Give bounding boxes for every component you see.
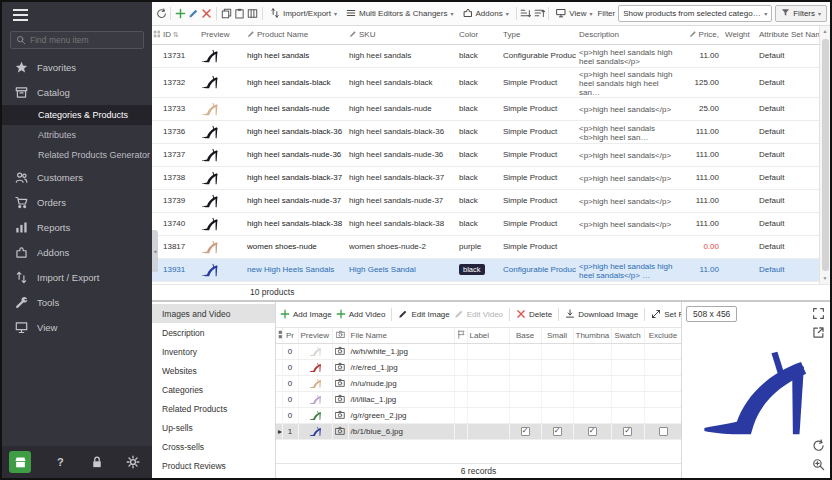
addons-menu[interactable]: Addons▾ [459, 5, 513, 23]
help-icon[interactable]: ? [53, 455, 67, 469]
multi-editors-menu[interactable]: Multi Editors & Changers▾ [342, 5, 458, 23]
download-image-button[interactable]: Download Image [565, 309, 638, 321]
image-column-header-small[interactable]: Small [541, 328, 573, 343]
scroll-up-arrow[interactable]: ▲ [820, 26, 830, 37]
column-header-product-name[interactable]: Product Name [244, 26, 346, 44]
image-row-l-i-lilac-1-jpg[interactable]: 0/l/i/lilac_1.jpg [276, 391, 681, 407]
image-size-field[interactable]: 508 x 456 [686, 306, 737, 322]
zoom-icon[interactable] [812, 458, 825, 471]
tab-categories[interactable]: Categories [152, 380, 275, 399]
add-video-button[interactable]: Add Video [336, 309, 386, 321]
sidebar-item-view[interactable]: View [2, 315, 152, 340]
sort-asc-icon[interactable] [520, 5, 532, 22]
image-column-header-swatch[interactable]: Swatch [611, 328, 644, 343]
image-column-header-preview[interactable]: Preview [298, 328, 332, 343]
sidebar-item-categories-products[interactable]: Categories & Products [2, 105, 152, 125]
image-row-b-1-blue-6-jpg[interactable]: ▸1/b/1/blue_6.jpg✓✓✓✓ [276, 423, 681, 439]
product-row-13732[interactable]: 13732high heel sandals-blackhigh heel sa… [152, 67, 819, 97]
image-row-g-r-green-2-jpg[interactable]: 0/g/r/green_2.jpg [276, 407, 681, 423]
fullscreen-icon[interactable] [812, 307, 825, 320]
scrollbar-thumb[interactable] [822, 39, 829, 271]
column-header-type[interactable]: Type [500, 26, 576, 44]
column-header-price[interactable]: Price, [676, 26, 722, 44]
sort-desc-icon[interactable] [533, 5, 545, 22]
lock-icon[interactable] [90, 455, 104, 469]
delete-image-button[interactable]: Delete [516, 309, 552, 321]
tab-websites[interactable]: Websites [152, 361, 275, 380]
column-header-weight[interactable]: Weight [722, 26, 756, 44]
tab-up-sells[interactable]: Up-sells [152, 418, 275, 437]
image-column-header-base[interactable]: Base [509, 328, 541, 343]
edit-product-icon[interactable] [188, 5, 200, 22]
product-row-13731[interactable]: 13731high heel sandalshigh heel sandalsb… [152, 44, 819, 67]
edit-image-button[interactable]: Edit Image [398, 309, 449, 321]
tab-cross-sells[interactable]: Cross-sells [152, 437, 275, 456]
column-header-preview[interactable]: Preview [198, 26, 244, 44]
columns-icon[interactable] [247, 5, 259, 22]
sidebar-item-reports[interactable]: Reports [2, 215, 152, 240]
exclude-checkbox[interactable] [659, 427, 668, 436]
sidebar-item-catalog[interactable]: Catalog [2, 80, 152, 105]
product-row-13737[interactable]: 13737high heel sandals-nude-36high heel … [152, 143, 819, 166]
image-row-r-e-red-1-jpg[interactable]: 0/r/e/red_1.jpg [276, 359, 681, 375]
product-row-13736[interactable]: 13736high heel sandals-black-36high heel… [152, 120, 819, 143]
column-header-sku[interactable]: SKU [346, 26, 456, 44]
image-column-header-thumbna[interactable]: Thumbna [573, 328, 611, 343]
image-row-w-h-white-1-jpg[interactable]: 0/w/h/white_1.jpg [276, 343, 681, 359]
paste-icon[interactable] [233, 5, 245, 22]
product-row-13740[interactable]: 13740high heel sandals-black-38high heel… [152, 212, 819, 235]
add-product-icon[interactable] [174, 5, 186, 22]
sidebar-item-orders[interactable]: Orders [2, 190, 152, 215]
open-external-icon[interactable] [812, 326, 825, 339]
rotate-icon[interactable] [812, 439, 825, 452]
tab-inventory[interactable]: Inventory [152, 342, 275, 361]
column-header-id[interactable]: ID⇅ [160, 26, 198, 44]
delete-product-icon[interactable] [201, 5, 213, 22]
set-resize-rule-button[interactable]: Set Resize Rule▾ [651, 309, 681, 321]
import-export-menu[interactable]: Import/Export▾ [266, 5, 341, 23]
product-row-13738[interactable]: 13738high heel sandals-black-37high heel… [152, 166, 819, 189]
tab-related-products[interactable]: Related Products [152, 399, 275, 418]
panel-splitter[interactable]: ◂ [152, 230, 158, 272]
tab-product-reviews[interactable]: Product Reviews [152, 456, 275, 475]
image-row-n-u-nude-jpg[interactable]: 0/n/u/nude.jpg [276, 375, 681, 391]
gear-icon[interactable] [126, 455, 140, 469]
sidebar-item-customers[interactable]: Customers [2, 165, 152, 190]
copy-icon[interactable] [220, 5, 232, 22]
tab-images-and-video[interactable]: Images and Video [152, 304, 275, 323]
view-menu[interactable]: View▾ [552, 5, 596, 23]
vertical-scrollbar[interactable]: ▲ ▼ [819, 26, 830, 284]
column-header-description[interactable]: Description [576, 26, 676, 44]
product-row-13931[interactable]: ▸13931new High Heels SandalsHigh Geels S… [152, 258, 819, 281]
image-column-header-label[interactable]: Label [467, 328, 509, 343]
grid-corner-button[interactable] [152, 26, 160, 44]
add-image-button[interactable]: Add Image [280, 309, 332, 321]
image-column-header-exclude[interactable]: Exclude [644, 328, 681, 343]
refresh-icon[interactable] [155, 5, 167, 22]
column-header-attribute-set-name[interactable]: Attribute Set Name [756, 26, 819, 44]
sidebar-item-import-export[interactable]: Import / Export [2, 265, 152, 290]
product-row-13733[interactable]: 13733high heel sandals-nudehigh heel san… [152, 97, 819, 120]
sidebar-item-related-products-generator[interactable]: Related Products Generator [2, 145, 152, 165]
filter-category-select[interactable]: Show products from selected categories▾ [618, 5, 772, 22]
menu-search-input[interactable] [30, 35, 138, 45]
image-column-header-file-name[interactable]: File Name [348, 328, 454, 343]
hamburger-menu-button[interactable] [2, 2, 152, 28]
column-header-color[interactable]: Color [456, 26, 500, 44]
base-checkbox[interactable]: ✓ [521, 427, 530, 436]
sidebar-item-favorites[interactable]: Favorites [2, 55, 152, 80]
sidebar-item-attributes[interactable]: Attributes [2, 125, 152, 145]
sidebar-search[interactable] [10, 31, 144, 49]
sidebar-item-tools[interactable]: Tools [2, 290, 152, 315]
scroll-down-arrow[interactable]: ▼ [820, 273, 830, 284]
tab-description[interactable]: Description [152, 323, 275, 342]
thumbnail-checkbox[interactable]: ✓ [588, 427, 597, 436]
product-row-13817[interactable]: 13817women shoes-nudewomen shoes-nude-2p… [152, 235, 819, 258]
product-row-13739[interactable]: 13739high heel sandals-nude-37high heel … [152, 189, 819, 212]
swatch-checkbox[interactable]: ✓ [623, 427, 632, 436]
store-icon[interactable] [9, 451, 31, 473]
sidebar-item-addons[interactable]: Addons [2, 240, 152, 265]
image-column-header-pr[interactable]: Pr [282, 328, 298, 343]
small-checkbox[interactable]: ✓ [553, 427, 562, 436]
filters-button[interactable]: Filters▾ [775, 5, 827, 22]
